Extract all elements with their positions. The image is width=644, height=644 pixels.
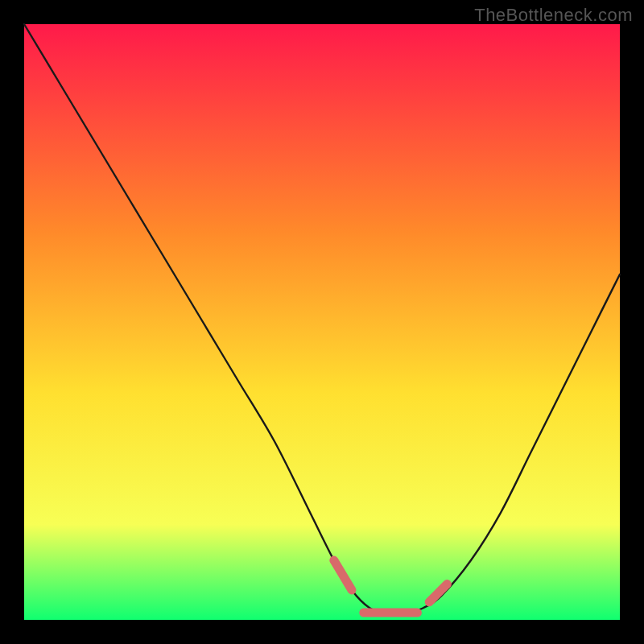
watermark-text: TheBottleneck.com — [474, 5, 633, 26]
bottleneck-chart — [0, 0, 644, 644]
chart-frame: TheBottleneck.com — [0, 0, 644, 644]
gradient-background — [24, 24, 620, 620]
